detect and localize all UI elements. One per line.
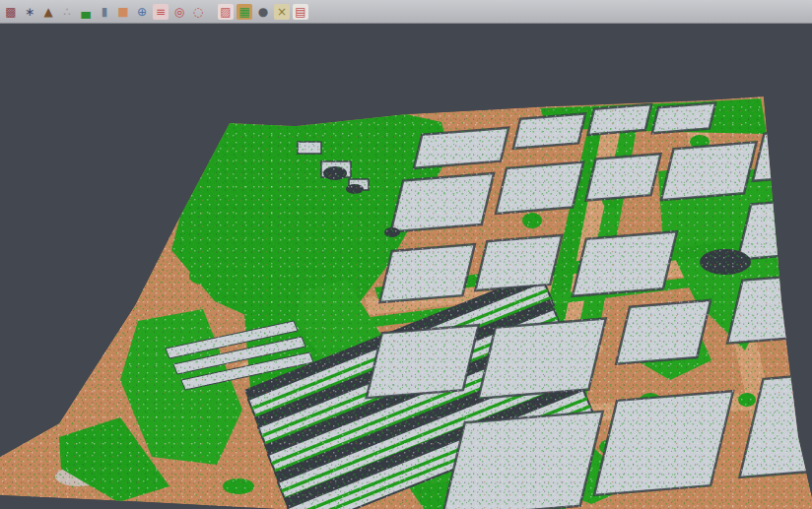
delete-icon[interactable]: ▨ bbox=[218, 4, 234, 20]
measure-icon[interactable]: × bbox=[274, 4, 290, 20]
ground-class-icon[interactable]: ■ bbox=[115, 4, 131, 20]
scene-svg bbox=[0, 24, 812, 509]
marker-icon[interactable]: ▩ bbox=[3, 4, 19, 20]
classification-map-icon[interactable]: ▦ bbox=[237, 4, 252, 20]
globe-icon[interactable]: ⊕ bbox=[134, 4, 150, 20]
toolbar-group-2: ▨▦●×▤ bbox=[218, 4, 308, 20]
building-icon[interactable]: ▮ bbox=[97, 4, 112, 20]
points-icon[interactable]: ∗ bbox=[22, 4, 37, 20]
layers-icon[interactable]: ≡ bbox=[153, 4, 169, 20]
toolbar: ▩∗▲∴▄▮■⊕≡◎◌▨▦●×▤ bbox=[0, 0, 812, 24]
grid-icon[interactable]: ∴ bbox=[59, 4, 75, 20]
toolbar-group-1: ▩∗▲∴▄▮■⊕≡◎◌ bbox=[3, 4, 206, 20]
terrain-icon[interactable]: ▲ bbox=[40, 4, 56, 20]
vegetation-icon[interactable]: ▄ bbox=[78, 4, 94, 20]
report-icon[interactable]: ▤ bbox=[293, 4, 308, 20]
terrain-mesh bbox=[0, 24, 812, 509]
gear-icon[interactable]: ◎ bbox=[171, 4, 187, 20]
viewport-3d[interactable] bbox=[0, 24, 812, 509]
selection-icon[interactable]: ◌ bbox=[190, 4, 206, 20]
speckle-overlay-2 bbox=[0, 24, 812, 509]
sphere-icon[interactable]: ● bbox=[255, 4, 271, 20]
